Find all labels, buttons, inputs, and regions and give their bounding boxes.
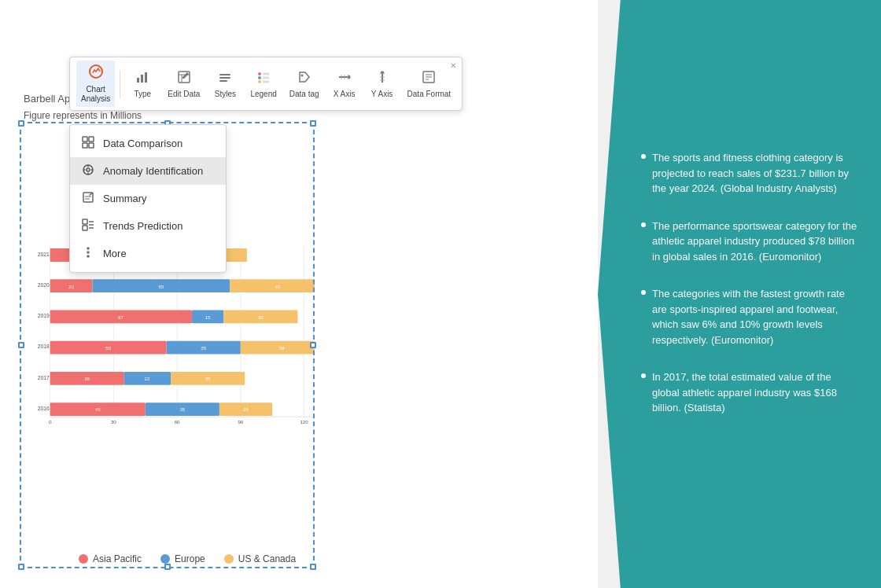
toolbar-edit-data-label: Edit Data bbox=[168, 90, 200, 98]
svg-text:39: 39 bbox=[279, 345, 285, 351]
dropdown-data-comparison-label: Data Comparison bbox=[103, 138, 182, 149]
toolbar-legend[interactable]: Legend bbox=[245, 67, 281, 101]
svg-rect-9 bbox=[219, 80, 227, 82]
svg-text:22: 22 bbox=[145, 376, 150, 381]
svg-rect-52 bbox=[87, 252, 90, 254]
toolbar-chart-analysis-label: ChartAnalysis bbox=[81, 85, 110, 104]
more-icon bbox=[81, 246, 95, 261]
svg-text:35: 35 bbox=[201, 345, 206, 351]
y-label-2017: 2017 bbox=[38, 375, 50, 380]
toolbar-data-tag[interactable]: Data tag bbox=[285, 67, 324, 101]
dropdown-more[interactable]: More bbox=[70, 240, 226, 267]
handle-bottom-middle[interactable] bbox=[164, 564, 171, 570]
bar-2020-us bbox=[230, 279, 315, 292]
svg-point-10 bbox=[258, 72, 261, 75]
bullet-text-1: The sports and fitness clothing category… bbox=[652, 150, 857, 197]
styles-icon bbox=[218, 70, 232, 88]
summary-icon bbox=[81, 191, 95, 206]
toolbar-data-tag-label: Data tag bbox=[289, 90, 319, 98]
bullet-dot-3 bbox=[641, 290, 646, 295]
toolbar-y-axis[interactable]: Y Axis bbox=[365, 67, 400, 101]
svg-line-19 bbox=[348, 77, 350, 79]
svg-text:35: 35 bbox=[84, 376, 90, 381]
dropdown-anomaly-label: Anomaly Identification bbox=[103, 165, 203, 177]
handle-bottom-left[interactable] bbox=[18, 564, 24, 570]
dropdown-summary-label: Summary bbox=[103, 193, 147, 204]
toolbar-x-axis-label: X Axis bbox=[334, 90, 356, 98]
chart-toolbar: ChartAnalysis Type Edit Data Styles Leg bbox=[69, 57, 463, 111]
svg-text:35: 35 bbox=[258, 314, 264, 320]
legend-asia-pacific: Asia Pacific bbox=[79, 553, 142, 564]
toolbar-type[interactable]: Type bbox=[125, 67, 160, 101]
svg-text:15: 15 bbox=[205, 314, 211, 320]
y-label-2018: 2018 bbox=[38, 344, 50, 349]
data-tag-icon bbox=[297, 70, 311, 88]
svg-text:25: 25 bbox=[243, 406, 249, 412]
dropdown-more-label: More bbox=[103, 248, 127, 259]
svg-text:35: 35 bbox=[205, 376, 211, 381]
y-label-2016: 2016 bbox=[38, 406, 50, 411]
bullet-item-4: In 2017, the total estimated value of th… bbox=[641, 369, 857, 416]
svg-text:67: 67 bbox=[118, 314, 123, 320]
bullet-item-1: The sports and fitness clothing category… bbox=[641, 150, 857, 197]
bullet-dot bbox=[641, 154, 646, 159]
svg-point-12 bbox=[258, 76, 261, 79]
svg-rect-51 bbox=[87, 248, 90, 250]
svg-point-14 bbox=[258, 80, 261, 83]
toolbar-data-format[interactable]: Data Format bbox=[403, 67, 456, 101]
legend-dot-us bbox=[224, 554, 234, 564]
svg-rect-34 bbox=[89, 137, 94, 141]
svg-text:55: 55 bbox=[105, 345, 111, 351]
svg-text:90: 90 bbox=[238, 419, 243, 424]
legend-dot-asia bbox=[79, 554, 88, 564]
svg-text:35: 35 bbox=[179, 406, 185, 412]
svg-text:20: 20 bbox=[68, 284, 74, 289]
y-label-2019: 2019 bbox=[38, 313, 50, 318]
svg-rect-1 bbox=[137, 78, 139, 83]
svg-rect-47 bbox=[83, 226, 87, 230]
bg-text-line2: Figure represents in Millions bbox=[24, 110, 142, 121]
bullet-text-4: In 2017, the total estimated value of th… bbox=[652, 369, 857, 416]
toolbar-styles[interactable]: Styles bbox=[208, 67, 242, 101]
toolbar-y-axis-label: Y Axis bbox=[371, 90, 393, 98]
toolbar-data-format-label: Data Format bbox=[407, 90, 452, 98]
svg-rect-8 bbox=[219, 77, 230, 79]
svg-text:45: 45 bbox=[95, 406, 101, 412]
chart-legend: Asia Pacific Europe US & Canada bbox=[79, 553, 296, 564]
toolbar-type-label: Type bbox=[134, 90, 151, 98]
toolbar-divider-1 bbox=[120, 70, 120, 98]
legend-label-us: US & Canada bbox=[238, 553, 296, 564]
handle-bottom-right[interactable] bbox=[310, 564, 316, 570]
data-comparison-icon bbox=[81, 136, 95, 151]
toolbar-edit-data[interactable]: Edit Data bbox=[163, 67, 205, 101]
data-format-icon bbox=[422, 70, 436, 88]
chart-analysis-icon bbox=[88, 64, 104, 83]
svg-text:30: 30 bbox=[111, 419, 116, 424]
toolbar-close-button[interactable]: ✕ bbox=[447, 60, 459, 72]
svg-rect-2 bbox=[141, 75, 143, 83]
dropdown-summary[interactable]: Summary bbox=[70, 185, 226, 212]
dropdown-anomaly-identification[interactable]: Anomaly Identification bbox=[70, 157, 226, 185]
dropdown-trends-label: Trends Prediction bbox=[103, 220, 182, 232]
legend-label-europe: Europe bbox=[175, 553, 205, 564]
x-axis-icon bbox=[337, 70, 352, 88]
dropdown-data-comparison[interactable]: Data Comparison bbox=[70, 130, 226, 157]
bullet-dot-4 bbox=[641, 373, 646, 378]
toolbar-styles-label: Styles bbox=[215, 90, 236, 98]
toolbar-x-axis[interactable]: X Axis bbox=[327, 67, 362, 101]
dropdown-trends-prediction[interactable]: Trends Prediction bbox=[70, 212, 226, 240]
svg-rect-53 bbox=[87, 255, 90, 258]
bullet-item-3: The categories with the fastest growth r… bbox=[641, 286, 857, 347]
svg-text:120: 120 bbox=[300, 419, 308, 424]
bullet-item-2: The performance sportswear category for … bbox=[641, 219, 857, 265]
svg-line-25 bbox=[382, 72, 384, 73]
svg-text:65: 65 bbox=[158, 284, 164, 289]
svg-point-38 bbox=[87, 168, 90, 171]
svg-rect-13 bbox=[263, 76, 269, 79]
svg-rect-33 bbox=[83, 137, 87, 141]
legend-dot-europe bbox=[160, 554, 170, 564]
toolbar-legend-label: Legend bbox=[250, 90, 276, 98]
svg-rect-36 bbox=[89, 143, 94, 148]
toolbar-chart-analysis[interactable]: ChartAnalysis bbox=[76, 61, 115, 107]
svg-text:60: 60 bbox=[175, 419, 180, 424]
